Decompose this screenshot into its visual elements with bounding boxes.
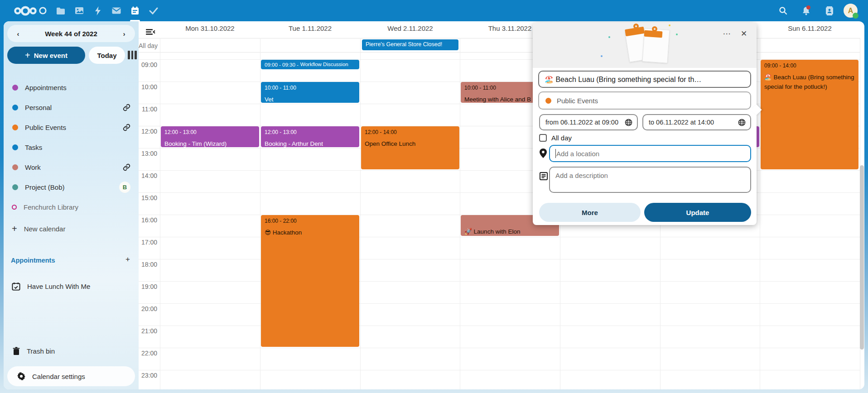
day-header-wed: Wed 2.11.2022 <box>360 24 460 34</box>
sidebar: ‹ Week 44 of 2022 › + New event Today Ap… <box>4 21 139 389</box>
calendar-color-dot <box>12 144 18 150</box>
description-input[interactable]: Add a description <box>549 167 751 193</box>
sidebar-calendar-appointments[interactable]: Appointments <box>4 78 139 96</box>
all-day-checkbox[interactable]: All day <box>539 134 572 142</box>
confetti-dot <box>669 24 670 26</box>
trash-icon <box>13 347 20 355</box>
location-input[interactable]: Add a location <box>549 145 751 162</box>
popup-actions-icon[interactable]: ⋯ <box>720 27 733 40</box>
files-icon[interactable] <box>52 0 70 21</box>
hour-label: 15:00 <box>138 194 157 201</box>
sidebar-calendar-fenchurch-library[interactable]: Fenchurch Library <box>4 198 139 216</box>
start-date-button[interactable]: from 06.11.2022 at 09:00 <box>539 114 638 130</box>
hour-gridline <box>139 281 860 282</box>
location-pin-icon <box>540 149 547 158</box>
search-icon[interactable] <box>774 0 792 21</box>
day-header-mon: Mon 31.10.2022 <box>160 24 260 34</box>
event-pierres-general-store-closed[interactable]: Pierre's General Store Closed! <box>362 39 458 50</box>
checkbox[interactable] <box>539 134 547 142</box>
more-button[interactable]: More <box>539 203 641 222</box>
prev-week-button[interactable]: ‹ <box>9 25 27 42</box>
new-calendar-button[interactable]: + New calendar <box>4 220 139 238</box>
timezone-globe-icon[interactable] <box>625 119 632 126</box>
update-button[interactable]: Update <box>644 203 751 222</box>
close-icon[interactable]: ✕ <box>738 27 750 40</box>
event-booking-arthur-dent[interactable]: 12:00 - 13:00 Booking - Arthur Dent <box>261 126 359 147</box>
event-beach-luau[interactable]: 09:00 - 14:00 🏖️ Beach Luau (Bring somet… <box>761 60 858 169</box>
clip-icon <box>644 30 663 38</box>
calendar-select[interactable]: Public Events <box>538 91 751 110</box>
top-bar: A <box>0 0 868 21</box>
appointments-heading: Appointments <box>11 257 55 264</box>
shared-by-badge: B <box>119 182 130 193</box>
week-navigator: ‹ Week 44 of 2022 › <box>7 25 135 42</box>
add-appointment-button[interactable]: + <box>121 253 134 266</box>
appointment-have-lunch[interactable]: Have Lunch With Me <box>4 277 139 295</box>
calendar-color-dot <box>12 125 18 130</box>
tasks-icon[interactable] <box>145 0 163 21</box>
scrollbar-thumb[interactable] <box>860 165 864 350</box>
timezone-globe-icon[interactable] <box>738 119 746 126</box>
avatar[interactable]: A <box>844 4 858 18</box>
hour-label: 19:00 <box>138 283 157 290</box>
hour-gridline <box>139 259 860 259</box>
share-link-icon <box>123 104 130 111</box>
contacts-icon[interactable] <box>820 0 839 21</box>
calendar-color-dot <box>12 105 18 110</box>
day-column-border <box>460 38 460 389</box>
today-button[interactable]: Today <box>89 47 125 64</box>
mail-icon[interactable] <box>107 0 125 21</box>
status-dot <box>853 13 858 19</box>
hour-label: 17:00 <box>138 239 157 246</box>
dashboard-icon[interactable] <box>34 0 52 21</box>
sidebar-calendar-personal[interactable]: Personal <box>4 98 139 116</box>
confetti-dot <box>676 34 678 35</box>
trash-bin-button[interactable]: Trash bin <box>4 342 139 360</box>
sidebar-calendar-project-bob[interactable]: Project (Bob) B <box>4 178 139 196</box>
calendar-icon[interactable] <box>126 0 144 21</box>
app-content: ‹ Week 44 of 2022 › + New event Today Ap… <box>4 21 864 389</box>
calendar-color-dot <box>12 164 18 170</box>
plus-icon: + <box>12 224 17 234</box>
hour-gridline <box>139 370 860 370</box>
next-week-button[interactable]: › <box>115 25 133 42</box>
calendar-check-icon <box>12 282 20 291</box>
event-title-input[interactable]: 🏖️ Beach Luau (Bring something special f… <box>538 71 751 88</box>
event-editor-popup: ⋯ ✕ 🏖️ Beach Luau (Bring something speci… <box>533 23 757 225</box>
hour-label: 09:00 <box>138 61 157 68</box>
sidebar-calendar-tasks[interactable]: Tasks <box>4 138 139 156</box>
event-hackathon[interactable]: 16:00 - 22:00 😎 Hackathon <box>261 215 359 347</box>
end-date-button[interactable]: to 06.11.2022 at 14:00 <box>642 114 751 130</box>
hour-label: 13:00 <box>138 150 157 157</box>
event-booking-tim-wizard[interactable]: 12:00 - 13:00 Booking - Tim (Wizard) <box>161 126 259 147</box>
text-caret <box>555 149 556 158</box>
collapse-all-day-icon[interactable] <box>146 29 156 35</box>
hour-label: 22:00 <box>138 350 157 357</box>
hour-gridline <box>139 348 860 348</box>
day-header-sun: Sun 6.11.2022 <box>760 24 860 34</box>
event-open-office-lunch[interactable]: 12:00 - 14:00 Open Office Lunch <box>361 126 459 169</box>
calendar-settings-button[interactable]: Calendar settings <box>7 366 135 386</box>
week-label: Week 44 of 2022 <box>45 30 97 38</box>
event-workflow-discussion[interactable]: 09:00 - 09:30 - Workflow Discussion <box>261 60 359 69</box>
confetti-dot <box>601 55 603 57</box>
calendar-color-ring <box>12 205 17 210</box>
activity-icon[interactable] <box>89 0 107 21</box>
gear-icon <box>17 372 25 380</box>
hour-label: 14:00 <box>138 172 157 179</box>
hour-label: 16:00 <box>138 216 157 224</box>
day-column-border <box>760 38 760 389</box>
hour-gridline <box>139 237 860 237</box>
view-switcher-icon[interactable] <box>128 51 137 60</box>
calendar-color-dot <box>545 98 551 104</box>
notifications-icon[interactable] <box>797 0 815 21</box>
sidebar-calendar-public-events[interactable]: Public Events <box>4 118 139 136</box>
day-header-tue: Tue 1.11.2022 <box>260 24 360 34</box>
event-vet[interactable]: 10:00 - 11:00 Vet <box>261 82 359 103</box>
share-link-icon <box>123 163 130 171</box>
photos-icon[interactable] <box>70 0 88 21</box>
hour-label: 12:00 <box>138 128 157 135</box>
sidebar-calendar-work[interactable]: Work <box>4 158 139 176</box>
new-event-button[interactable]: + New event <box>7 47 85 64</box>
day-column-border <box>360 38 361 389</box>
